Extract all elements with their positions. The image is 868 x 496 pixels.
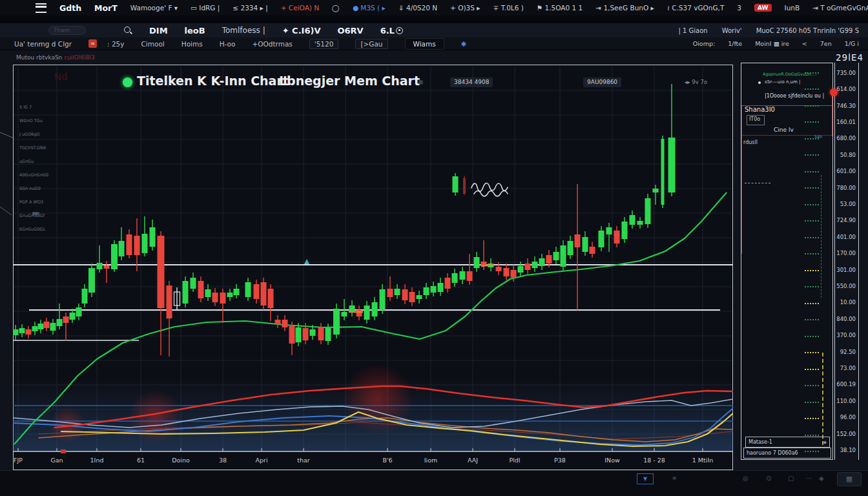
statusbar-button[interactable]: ▦ xyxy=(837,472,862,486)
sub-toolbar-right-item[interactable]: 1/G i xyxy=(845,40,859,47)
menubar-item[interactable]: ⇥ 1,SeeG BunO ▸ xyxy=(595,4,654,12)
menubar-item[interactable]: ∓ T.0L6 ) xyxy=(493,4,524,12)
price-label: 53.00 xyxy=(840,201,856,207)
toolbar-menu-item[interactable]: leoB xyxy=(185,26,205,36)
hamburger-menu-icon[interactable] xyxy=(36,3,46,13)
price-label: 680.00 xyxy=(836,135,856,141)
x-axis-label: P38 xyxy=(546,457,574,464)
sub-toolbar-right-item[interactable]: 1/fte xyxy=(728,40,742,47)
menubar-item[interactable]: IunB xyxy=(785,4,800,12)
menubar-item[interactable]: + CeiOA) N xyxy=(281,4,319,12)
sub-toolbar-right-item[interactable]: MoinI ▦ ire xyxy=(755,40,789,47)
sub-toolbar-right-item[interactable]: Oiomp: xyxy=(693,40,715,47)
menubar-item[interactable]: ⇥ T oGmeGvGnAu)InG xyxy=(812,4,868,12)
scale-tick xyxy=(805,253,819,254)
x-axis-label: Doino xyxy=(167,457,195,464)
statusbar-icon[interactable]: ◎ xyxy=(743,475,749,482)
sidebar-yellow-vline xyxy=(822,353,823,445)
x-axis-label: 38 xyxy=(209,457,237,464)
menubar-item[interactable]: MorT xyxy=(94,3,118,13)
scale-tick xyxy=(805,88,819,90)
sub-toolbar-right-item[interactable]: < xyxy=(802,40,807,47)
chart-subtitle: Lbnegjer Mem Chart xyxy=(279,74,420,88)
sub-toolbar-item[interactable]: Hoims xyxy=(181,40,203,48)
toolbar-menu-item[interactable]: O6RV xyxy=(337,26,363,36)
chart-left-label: GnuGnOuGf xyxy=(19,213,45,218)
chart-left-label: PGP A 9fO3 xyxy=(19,200,43,205)
statusbar-icon[interactable]: ▢ xyxy=(788,475,794,482)
x-axis-label: FJP xyxy=(4,457,32,464)
price-label: 614.00 xyxy=(836,86,856,92)
search-icon[interactable] xyxy=(123,26,132,35)
menubar-item[interactable]: ◯ xyxy=(332,4,340,12)
scale-tick xyxy=(805,336,819,337)
menubar-item[interactable]: + O)3S ▸ xyxy=(450,4,480,12)
scale-tick xyxy=(805,402,819,403)
statusbar-icon[interactable]: ⊙ xyxy=(766,475,771,482)
toolbar-menu-item[interactable]: ✦ C.I6)V xyxy=(282,26,321,36)
watermark-text: Nd xyxy=(54,70,68,83)
toolbar-right-info: | 1 GiaonWoriv'MuoC 27560 h05 TnrinIn 'G… xyxy=(678,27,859,34)
search-input[interactable]: Fhwm xyxy=(48,26,86,35)
toolbar-right-item: | 1 Giaon xyxy=(678,27,707,34)
sub-toolbar-item[interactable]: +OOdtrmas xyxy=(252,40,292,48)
scale-tick xyxy=(805,187,819,189)
toolbar-menu-item[interactable]: DIM xyxy=(149,26,168,36)
statusbar-icon[interactable]: ✳ xyxy=(672,475,677,482)
price-label: 92.50 xyxy=(840,349,856,355)
price-label: 746.30 xyxy=(836,103,856,109)
menubar-item[interactable]: ≤ 2334 ▸ | xyxy=(232,4,267,12)
menubar-item[interactable]: ⇓ 4/0S20 N xyxy=(398,4,437,12)
chart-badge-1: 38434 4908 xyxy=(450,78,493,87)
menubar-item[interactable]: ≀ C.S37 vGOnG,T xyxy=(667,4,724,12)
menubar-item[interactable]: ⚑ 1.5OA0 1 1 xyxy=(537,4,583,12)
chart-corner-tools[interactable]: ◂▸ 9v 7o xyxy=(685,79,707,85)
menubar-item[interactable]: 3 xyxy=(737,4,741,12)
sub-toolbar-right-item[interactable]: 7en xyxy=(820,40,832,47)
toolbar-menu-item[interactable]: Tomlfoess | xyxy=(222,26,265,35)
price-label: 780.00 xyxy=(836,185,856,191)
sub-toolbar-item[interactable]: Cimool xyxy=(141,40,165,48)
menubar-item[interactable]: ● M3S ( ▸ xyxy=(353,4,386,12)
chart-type-label[interactable]: Ua' tenmg d Clgr xyxy=(14,40,72,48)
menubar-item[interactable]: ▭ IdRG | xyxy=(191,4,220,12)
statusbar-blue-icon[interactable]: ▼ xyxy=(637,473,654,484)
sub-toolbar-item[interactable]: Wiams xyxy=(405,38,444,50)
x-axis-label: Iiom xyxy=(417,457,445,464)
candlestick-chart[interactable] xyxy=(13,65,733,470)
toolbar-items: DIMleoBTomlfoess |✦ C.I6)VO6RV6.L xyxy=(132,26,403,36)
menubar-item[interactable]: Wamooge' F ▾ xyxy=(130,4,178,12)
x-axis-label: 18 - 28 xyxy=(640,457,668,464)
sub-toolbar-items: : 25yCimoolHoimsH-oo+OOdtrmas'5120[>GauW… xyxy=(107,38,484,50)
sub-toolbar-item[interactable]: [>Gau xyxy=(355,39,388,49)
chart-left-label: bGnGuG0GL xyxy=(19,227,45,232)
scale-tick xyxy=(805,105,819,107)
scale-tick xyxy=(805,451,819,452)
menubar-divider xyxy=(0,16,868,23)
top-menubar: GdthMorTWamooge' F ▾▭ IdRG |≤ 2334 ▸ |+ … xyxy=(0,0,868,16)
price-scale[interactable]: 735.00614.00746.30160.01680.0050.80601.0… xyxy=(835,65,857,459)
sub-toolbar-item[interactable]: '5120 xyxy=(309,39,339,49)
price-label: 401.00 xyxy=(836,234,856,240)
price-label: 38.10 xyxy=(840,447,856,453)
menubar-item[interactable]: AW xyxy=(754,4,772,12)
sidebar-footer-label-1: Matase-1 xyxy=(749,439,772,445)
current-price-marker xyxy=(830,88,838,96)
sub-toolbar-item[interactable]: : 25y xyxy=(107,40,124,48)
sidebar-low-label: rdusll xyxy=(743,140,758,145)
menubar-item[interactable]: Gdth xyxy=(59,3,81,13)
chart-left-label: uGnGu xyxy=(19,159,34,164)
x-axis-label: 61 xyxy=(127,457,155,464)
sub-toolbar-item[interactable]: ✱ xyxy=(461,40,467,48)
toolbar-right-item: MuoC 27560 h05 TnrinIn 'G99 S xyxy=(756,27,859,34)
alert-badge[interactable]: ≈ xyxy=(88,39,97,48)
price-label: 724.90 xyxy=(836,217,856,223)
toolbar-menu-item[interactable]: 6.L xyxy=(380,26,403,36)
scale-tick xyxy=(805,121,819,123)
sub-toolbar-item[interactable]: H-oo xyxy=(220,40,236,48)
x-axis-label: Pldl xyxy=(501,457,529,464)
statusbar-icon[interactable]: ◈ xyxy=(819,475,824,482)
price-label: 600.19 xyxy=(836,381,856,388)
scale-tick xyxy=(805,303,819,304)
statusbar-icon[interactable]: ⋯ xyxy=(806,475,812,482)
